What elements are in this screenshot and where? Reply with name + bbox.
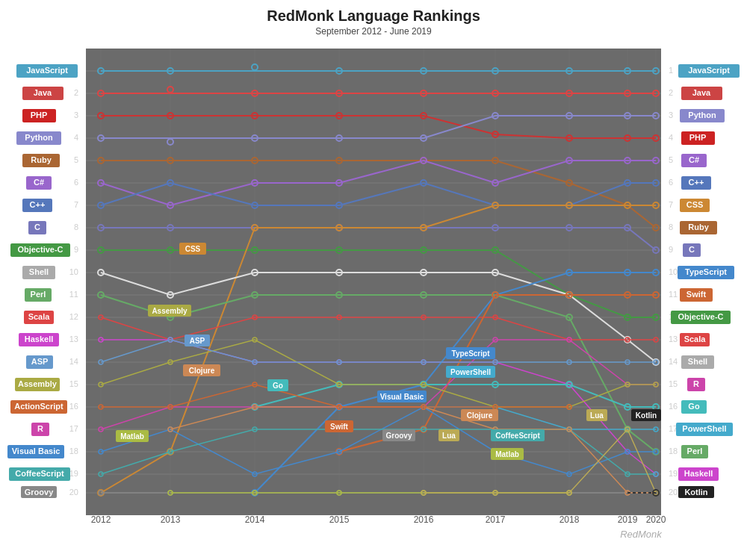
svg-text:19: 19 bbox=[669, 469, 678, 478]
svg-text:3: 3 bbox=[74, 111, 78, 119]
svg-text:CoffeeScript: CoffeeScript bbox=[495, 432, 540, 440]
svg-text:Java: Java bbox=[34, 88, 52, 97]
svg-text:PowerShell: PowerShell bbox=[450, 368, 491, 376]
svg-text:Clojure: Clojure bbox=[467, 411, 493, 420]
svg-text:14: 14 bbox=[669, 357, 678, 366]
svg-text:4: 4 bbox=[74, 133, 78, 142]
svg-text:2: 2 bbox=[669, 88, 673, 97]
svg-text:17: 17 bbox=[69, 424, 78, 433]
svg-text:10: 10 bbox=[669, 267, 678, 276]
svg-text:Go: Go bbox=[688, 402, 700, 411]
svg-text:R: R bbox=[37, 424, 43, 433]
svg-text:C++: C++ bbox=[689, 178, 704, 187]
svg-text:Objective-C: Objective-C bbox=[17, 245, 63, 254]
svg-text:8: 8 bbox=[669, 223, 673, 231]
svg-text:ASP: ASP bbox=[31, 357, 49, 366]
svg-text:1: 1 bbox=[669, 66, 673, 75]
svg-text:5: 5 bbox=[669, 155, 673, 164]
svg-text:13: 13 bbox=[69, 335, 78, 343]
svg-text:Scala: Scala bbox=[28, 312, 51, 321]
svg-text:2014: 2014 bbox=[245, 514, 265, 525]
svg-text:Haskell: Haskell bbox=[684, 469, 713, 478]
svg-text:CSS: CSS bbox=[686, 200, 704, 209]
svg-text:TypeScript: TypeScript bbox=[452, 349, 491, 358]
svg-text:Ruby: Ruby bbox=[31, 155, 52, 164]
svg-text:Perl: Perl bbox=[687, 447, 703, 455]
svg-text:Swift: Swift bbox=[686, 290, 707, 299]
svg-text:Kotlin: Kotlin bbox=[636, 411, 657, 420]
svg-text:C: C bbox=[689, 245, 695, 254]
svg-text:9: 9 bbox=[669, 245, 673, 254]
svg-text:15: 15 bbox=[669, 379, 678, 388]
svg-text:2019: 2019 bbox=[618, 514, 638, 525]
svg-text:19: 19 bbox=[69, 469, 78, 478]
svg-text:Shell: Shell bbox=[29, 267, 49, 276]
svg-text:2013: 2013 bbox=[161, 514, 181, 525]
svg-text:JavaScript: JavaScript bbox=[26, 66, 68, 75]
svg-text:16: 16 bbox=[69, 402, 78, 411]
svg-text:3: 3 bbox=[669, 111, 673, 119]
svg-text:PHP: PHP bbox=[689, 133, 707, 142]
svg-text:20: 20 bbox=[669, 488, 678, 497]
chart-container: RedMonk Language Rankings September 2012… bbox=[0, 0, 747, 560]
svg-text:7: 7 bbox=[74, 200, 78, 209]
svg-text:9: 9 bbox=[74, 245, 78, 254]
svg-text:Groovy: Groovy bbox=[385, 432, 412, 440]
svg-text:18: 18 bbox=[669, 447, 678, 455]
svg-text:ASP: ASP bbox=[190, 337, 205, 345]
svg-text:2018: 2018 bbox=[560, 514, 580, 525]
svg-text:CoffeeScript: CoffeeScript bbox=[15, 469, 64, 478]
svg-text:2015: 2015 bbox=[329, 514, 350, 525]
svg-text:TypeScript: TypeScript bbox=[685, 267, 727, 276]
svg-text:Ruby: Ruby bbox=[688, 223, 709, 231]
svg-text:8: 8 bbox=[74, 223, 78, 231]
svg-text:Visual Basic: Visual Basic bbox=[12, 447, 61, 455]
svg-text:PHP: PHP bbox=[31, 111, 48, 119]
svg-text:Lua: Lua bbox=[590, 411, 604, 420]
svg-text:PowerShell: PowerShell bbox=[682, 424, 726, 433]
svg-text:11: 11 bbox=[669, 290, 678, 299]
svg-text:2020: 2020 bbox=[646, 514, 666, 525]
svg-text:Clojure: Clojure bbox=[189, 367, 215, 375]
svg-text:20: 20 bbox=[69, 488, 78, 497]
svg-text:Visual Basic: Visual Basic bbox=[380, 393, 424, 401]
svg-text:11: 11 bbox=[69, 290, 78, 299]
svg-text:Assembly: Assembly bbox=[152, 307, 187, 315]
chart-svg: 1 2 3 4 5 6 7 8 9 10 11 12 13 14 15 16 1… bbox=[0, 0, 747, 560]
svg-text:5: 5 bbox=[74, 155, 78, 164]
svg-text:13: 13 bbox=[669, 335, 678, 343]
svg-text:2: 2 bbox=[74, 88, 78, 97]
svg-text:Shell: Shell bbox=[688, 357, 707, 366]
svg-text:C#: C# bbox=[689, 155, 699, 164]
svg-text:6: 6 bbox=[669, 178, 673, 187]
svg-text:2012: 2012 bbox=[91, 514, 111, 525]
svg-text:Python: Python bbox=[688, 111, 716, 119]
svg-text:2016: 2016 bbox=[414, 514, 434, 525]
svg-text:16: 16 bbox=[669, 402, 678, 411]
svg-text:7: 7 bbox=[669, 200, 673, 209]
svg-text:Haskell: Haskell bbox=[25, 335, 54, 343]
svg-text:JavaScript: JavaScript bbox=[688, 66, 730, 75]
svg-text:C++: C++ bbox=[30, 200, 46, 209]
svg-text:Matlab: Matlab bbox=[495, 450, 519, 458]
svg-text:RedMonk: RedMonk bbox=[620, 529, 663, 540]
svg-text:C: C bbox=[34, 223, 40, 231]
svg-text:Kotlin: Kotlin bbox=[684, 488, 707, 497]
svg-text:14: 14 bbox=[69, 357, 78, 366]
svg-text:6: 6 bbox=[74, 178, 78, 187]
svg-text:CSS: CSS bbox=[185, 245, 201, 253]
svg-text:2017: 2017 bbox=[486, 514, 506, 525]
svg-text:18: 18 bbox=[69, 447, 78, 455]
svg-text:Objective-C: Objective-C bbox=[678, 312, 723, 321]
svg-text:10: 10 bbox=[69, 267, 78, 276]
svg-text:Go: Go bbox=[273, 382, 283, 390]
svg-text:Matlab: Matlab bbox=[120, 432, 144, 441]
svg-text:Perl: Perl bbox=[31, 290, 46, 299]
svg-text:Python: Python bbox=[25, 133, 53, 142]
svg-text:4: 4 bbox=[669, 133, 673, 142]
svg-text:Java: Java bbox=[692, 88, 711, 97]
svg-text:Swift: Swift bbox=[330, 423, 349, 431]
svg-text:12: 12 bbox=[69, 312, 78, 321]
svg-text:Assembly: Assembly bbox=[18, 379, 58, 388]
svg-text:Scala: Scala bbox=[684, 335, 707, 343]
